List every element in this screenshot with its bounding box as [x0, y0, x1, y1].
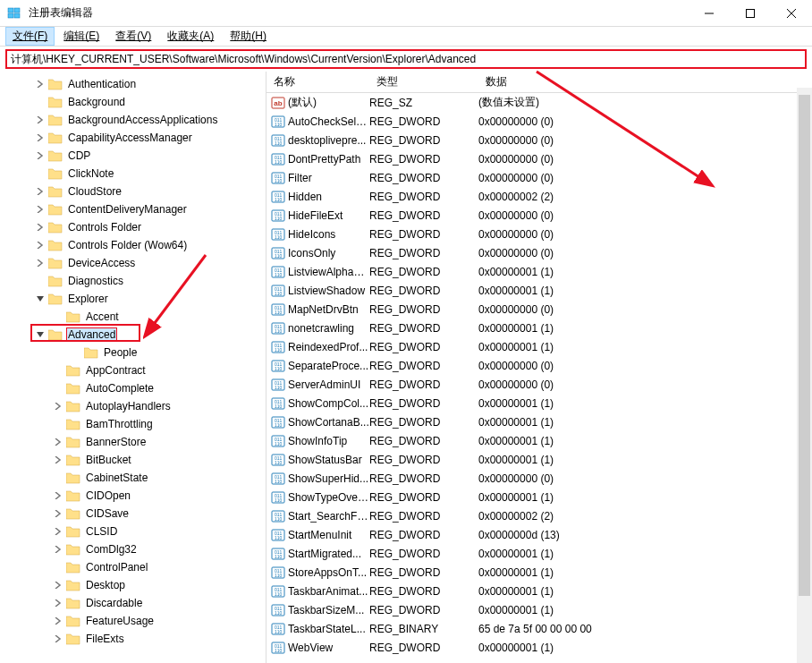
chevron-right-icon[interactable]: [34, 185, 47, 198]
chevron-right-icon[interactable]: [34, 257, 47, 269]
chevron-right-icon[interactable]: [52, 436, 64, 448]
tree-node[interactable]: ClickNote: [0, 165, 266, 183]
list-row[interactable]: ShowTypeOver...REG_DWORD0x00000001 (1): [266, 488, 812, 506]
chevron-right-icon[interactable]: [34, 132, 47, 144]
chevron-right-icon[interactable]: [34, 203, 47, 216]
list-row[interactable]: TaskbarAnimat...REG_DWORD0x00000001 (1): [266, 582, 812, 600]
tree-node[interactable]: BitBucket: [0, 451, 266, 469]
chevron-right-icon[interactable]: [52, 400, 64, 412]
tree-node[interactable]: BannerStore: [0, 433, 266, 451]
tree-node[interactable]: AppContract: [0, 361, 266, 379]
chevron-right-icon[interactable]: [52, 525, 64, 538]
chevron-right-icon[interactable]: [52, 597, 64, 609]
chevron-right-icon[interactable]: [52, 615, 64, 627]
list-row[interactable]: desktoplivepre...REG_DWORD0x00000000 (0): [266, 131, 812, 149]
list-row[interactable]: StoreAppsOnT...REG_DWORD0x00000001 (1): [266, 563, 812, 582]
menu-edit[interactable]: 编辑(E): [56, 27, 106, 46]
tree-node[interactable]: Diagnostics: [0, 272, 266, 290]
list-row[interactable]: ShowStatusBarREG_DWORD0x00000001 (1): [266, 450, 812, 469]
list-row[interactable]: WebViewREG_DWORD0x00000001 (1): [266, 638, 812, 657]
menu-view[interactable]: 查看(V): [108, 27, 158, 46]
scrollbar-thumb[interactable]: [799, 95, 810, 596]
chevron-right-icon[interactable]: [52, 454, 64, 466]
menu-file[interactable]: 文件(F): [5, 27, 55, 46]
list-row[interactable]: StartMigrated...REG_DWORD0x00000001 (1): [266, 544, 812, 563]
tree-node[interactable]: Discardable: [0, 594, 266, 612]
tree-node[interactable]: CloudStore: [0, 183, 266, 200]
tree-node[interactable]: AutoplayHandlers: [0, 397, 266, 415]
tree-node[interactable]: CabinetState: [0, 469, 266, 487]
maximize-button[interactable]: [730, 0, 771, 27]
list-row[interactable]: HiddenREG_DWORD0x00000002 (2): [266, 187, 812, 206]
tree-node[interactable]: FileExts: [0, 630, 266, 648]
tree-node[interactable]: AutoComplete: [0, 379, 266, 397]
list-row[interactable]: SeparateProce...REG_DWORD0x00000000 (0): [266, 356, 812, 375]
list-row[interactable]: Start_SearchFilesREG_DWORD0x00000002 (2): [266, 506, 812, 525]
list-row[interactable]: AutoCheckSelectREG_DWORD0x00000000 (0): [266, 112, 812, 131]
list-row[interactable]: HideFileExtREG_DWORD0x00000000 (0): [266, 206, 812, 225]
registry-tree[interactable]: AuthenticationBackgroundBackgroundAccess…: [0, 72, 266, 663]
list-row[interactable]: ServerAdminUIREG_DWORD0x00000000 (0): [266, 375, 812, 394]
minimize-button[interactable]: [689, 0, 730, 27]
tree-node[interactable]: BackgroundAccessApplications: [0, 111, 266, 129]
tree-node[interactable]: ComDlg32: [0, 540, 266, 558]
list-row[interactable]: FilterREG_DWORD0x00000000 (0): [266, 168, 812, 187]
list-row[interactable]: ReindexedProf...REG_DWORD0x00000001 (1): [266, 337, 812, 356]
tree-node[interactable]: BamThrottling: [0, 415, 266, 433]
tree-node[interactable]: Controls Folder (Wow64): [0, 236, 266, 254]
list-row[interactable]: ListviewAlphaS...REG_DWORD0x00000001 (1): [266, 262, 812, 281]
values-list[interactable]: 名称 类型 数据 (默认)REG_SZ(数值未设置)AutoCheckSelec…: [266, 72, 812, 663]
list-row[interactable]: HideIconsREG_DWORD0x00000000 (0): [266, 225, 812, 243]
tree-node[interactable]: Accent: [0, 308, 266, 326]
list-row[interactable]: nonetcrawlingREG_DWORD0x00000001 (1): [266, 319, 812, 337]
list-row[interactable]: MapNetDrvBtnREG_DWORD0x00000000 (0): [266, 300, 812, 319]
chevron-down-icon[interactable]: [34, 328, 47, 341]
vertical-scrollbar[interactable]: [797, 88, 812, 663]
tree-node[interactable]: CLSID: [0, 523, 266, 540]
list-row[interactable]: IconsOnlyREG_DWORD0x00000000 (0): [266, 243, 812, 262]
close-button[interactable]: [771, 0, 812, 27]
tree-node[interactable]: CIDSave: [0, 505, 266, 523]
chevron-right-icon[interactable]: [34, 239, 47, 251]
list-row[interactable]: ShowCompCol...REG_DWORD0x00000001 (1): [266, 394, 812, 412]
address-input[interactable]: [5, 49, 807, 69]
tree-node[interactable]: Background: [0, 93, 266, 111]
tree-node[interactable]: Controls Folder: [0, 218, 266, 236]
chevron-right-icon[interactable]: [52, 633, 64, 645]
tree-node[interactable]: Advanced: [0, 326, 266, 344]
tree-node[interactable]: Desktop: [0, 576, 266, 594]
list-row[interactable]: StartMenuInitREG_DWORD0x0000000d (13): [266, 525, 812, 544]
tree-node[interactable]: CDP: [0, 147, 266, 165]
list-row[interactable]: TaskbarSizeM...REG_DWORD0x00000001 (1): [266, 600, 812, 619]
chevron-right-icon[interactable]: [52, 507, 64, 520]
tree-node[interactable]: Authentication: [0, 75, 266, 93]
chevron-right-icon[interactable]: [34, 149, 47, 162]
chevron-right-icon[interactable]: [52, 543, 64, 556]
chevron-down-icon[interactable]: [34, 293, 47, 305]
chevron-right-icon[interactable]: [52, 579, 64, 591]
list-row[interactable]: TaskbarStateL...REG_BINARY65 de 7a 5f 00…: [266, 619, 812, 638]
tree-node[interactable]: Explorer: [0, 290, 266, 308]
tree-node[interactable]: DeviceAccess: [0, 254, 266, 272]
menu-favorites[interactable]: 收藏夹(A): [160, 27, 221, 46]
chevron-right-icon[interactable]: [34, 221, 47, 234]
list-row[interactable]: ListviewShadowREG_DWORD0x00000001 (1): [266, 281, 812, 300]
chevron-right-icon[interactable]: [34, 114, 47, 126]
tree-node[interactable]: CapabilityAccessManager: [0, 129, 266, 147]
tree-node[interactable]: CIDOpen: [0, 487, 266, 505]
column-header-type[interactable]: 类型: [369, 72, 478, 92]
column-header-name[interactable]: 名称: [266, 72, 369, 92]
tree-node[interactable]: ContentDeliveryManager: [0, 200, 266, 218]
column-header-data[interactable]: 数据: [478, 72, 812, 92]
chevron-right-icon[interactable]: [34, 78, 47, 90]
menu-help[interactable]: 帮助(H): [223, 27, 274, 46]
tree-node[interactable]: People: [0, 344, 266, 361]
tree-node[interactable]: ControlPanel: [0, 558, 266, 576]
list-row[interactable]: ShowInfoTipREG_DWORD0x00000001 (1): [266, 431, 812, 450]
list-row[interactable]: ShowCortanaB...REG_DWORD0x00000001 (1): [266, 412, 812, 431]
chevron-right-icon[interactable]: [52, 489, 64, 502]
list-row[interactable]: DontPrettyPathREG_DWORD0x00000000 (0): [266, 149, 812, 168]
tree-node[interactable]: FeatureUsage: [0, 612, 266, 630]
list-row[interactable]: ShowSuperHid...REG_DWORD0x00000000 (0): [266, 469, 812, 488]
list-row[interactable]: (默认)REG_SZ(数值未设置): [266, 93, 812, 112]
